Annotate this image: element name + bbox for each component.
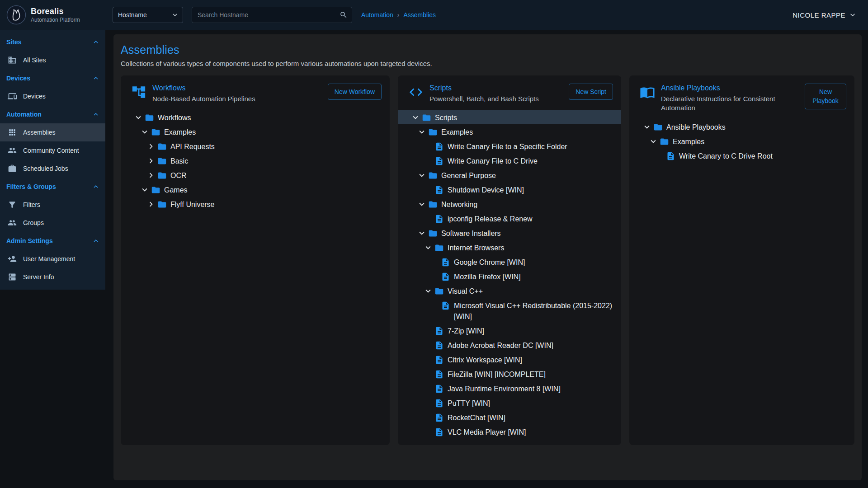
tree-node-label: Basic <box>170 154 188 167</box>
tree-folder-ocr[interactable]: OCR <box>121 168 390 182</box>
chevron-down-icon[interactable] <box>417 170 427 180</box>
tree-file-write-canary-to-c-drive-root[interactable]: Write Canary to C Drive Root <box>629 148 854 163</box>
folder-icon <box>151 127 160 137</box>
tree-folder-workflows[interactable]: Workflows <box>121 110 390 124</box>
chevron-right-icon[interactable] <box>146 156 156 166</box>
chevron-spacer <box>423 398 433 408</box>
chevron-down-icon[interactable] <box>417 127 427 137</box>
chevron-down-icon[interactable] <box>410 113 420 122</box>
tree-folder-visual-c[interactable]: Visual C++ <box>398 283 621 298</box>
tree-file-java-runtime-environment-8-win[interactable]: Java Runtime Environment 8 [WIN] <box>398 381 621 395</box>
scripts-tree: ScriptsExamplesWrite Canary File to a Sp… <box>398 110 621 439</box>
tree-file-google-chrome-win[interactable]: Google Chrome [WIN] <box>398 254 621 269</box>
section-label: Filters & Groups <box>6 183 56 190</box>
sidebar-item-devices[interactable]: Devices <box>0 87 105 105</box>
tree-file-ipconfig-release-renew[interactable]: ipconfig Release & Renew <box>398 211 621 225</box>
tree-file-write-canary-file-to-c-drive[interactable]: Write Canary File to C Drive <box>398 153 621 168</box>
brand-tagline: Automation Platform <box>31 17 80 23</box>
file-icon <box>434 326 444 336</box>
folder-icon <box>157 171 167 180</box>
sidebar-item-community-content[interactable]: Community Content <box>0 141 105 160</box>
tree-file-mozilla-firefox-win[interactable]: Mozilla Firefox [WIN] <box>398 269 621 283</box>
sidebar-item-user-management[interactable]: User Management <box>0 250 105 268</box>
tree-node-label: Shutdown Device [WIN] <box>448 183 524 196</box>
chevron-spacer <box>423 326 433 336</box>
funnel-icon <box>8 200 17 209</box>
sidebar-item-label: Filters <box>23 201 40 208</box>
chevron-down-icon[interactable] <box>417 228 427 238</box>
tree-node-label: General Purpose <box>441 169 496 181</box>
folder-icon <box>428 229 438 238</box>
chevron-spacer <box>423 141 433 151</box>
chevron-spacer <box>423 384 433 394</box>
tree-folder-examples[interactable]: Examples <box>629 134 854 148</box>
chevron-down-icon[interactable] <box>140 185 150 195</box>
tree-folder-software-installers[interactable]: Software Installers <box>398 225 621 240</box>
sidebar-item-server-info[interactable]: Server Info <box>0 268 105 286</box>
assembly-cards: Workflows Node-Based Automation Pipeline… <box>121 75 854 445</box>
sidebar-item-groups[interactable]: Groups <box>0 214 105 232</box>
card-scripts: Scripts Powershell, Batch, and Bash Scri… <box>398 75 621 445</box>
tree-file-rocketchat-win[interactable]: RocketChat [WIN] <box>398 410 621 424</box>
tree-folder-flyff-universe[interactable]: Flyff Universe <box>121 197 390 211</box>
sidebar-item-all-sites[interactable]: All Sites <box>0 51 105 69</box>
tree-file-filezilla-win-incomplete[interactable]: FileZilla [WIN] [INCOMPLETE] <box>398 366 621 381</box>
chevron-down-icon[interactable] <box>140 127 150 137</box>
chevron-down-icon[interactable] <box>417 199 427 209</box>
chevron-right-icon[interactable] <box>146 199 156 209</box>
tree-folder-internet-browsers[interactable]: Internet Browsers <box>398 240 621 254</box>
chevron-down-icon[interactable] <box>642 122 652 132</box>
tree-folder-api-requests[interactable]: API Requests <box>121 139 390 153</box>
chevron-down-icon[interactable] <box>133 113 143 122</box>
sidebar-nav: SitesAll SitesDevicesDevicesAutomationAs… <box>0 30 105 290</box>
tree-node-label: VLC Media Player [WIN] <box>448 425 526 438</box>
tree-file-microsoft-visual-c-redistributable-2015-2022-win[interactable]: Microsoft Visual C++ Redistributable (20… <box>398 298 621 323</box>
chevron-right-icon[interactable] <box>146 170 156 180</box>
tree-node-label: Citrix Workspace [WIN] <box>448 353 522 366</box>
folder-icon <box>151 185 160 195</box>
tree-folder-scripts[interactable]: Scripts <box>398 110 621 124</box>
tree-folder-examples[interactable]: Examples <box>121 124 390 139</box>
folder-icon <box>428 127 438 137</box>
people-icon <box>8 218 17 227</box>
sidebar-section-filters-groups[interactable]: Filters & Groups <box>0 178 105 196</box>
user-menu[interactable]: NICOLE RAPPE <box>793 10 857 19</box>
tree-file-citrix-workspace-win[interactable]: Citrix Workspace [WIN] <box>398 352 621 366</box>
tree-file-7-zip-win[interactable]: 7-Zip [WIN] <box>398 323 621 338</box>
sidebar-section-devices[interactable]: Devices <box>0 69 105 87</box>
chevron-down-icon[interactable] <box>423 286 433 296</box>
new-playbook-button[interactable]: New Playbook <box>805 84 846 109</box>
search-input[interactable] <box>192 7 352 23</box>
tree-folder-networking[interactable]: Networking <box>398 197 621 211</box>
sidebar-item-assemblies[interactable]: Assemblies <box>0 123 105 141</box>
tree-file-putty-win[interactable]: PuTTY [WIN] <box>398 395 621 410</box>
chevron-down-icon[interactable] <box>648 136 658 146</box>
chevron-down-icon[interactable] <box>423 243 433 253</box>
tree-file-write-canary-file-to-a-specific-folder[interactable]: Write Canary File to a Specific Folder <box>398 139 621 153</box>
sidebar-section-admin-settings[interactable]: Admin Settings <box>0 232 105 250</box>
tree-file-adobe-acrobat-reader-dc-win[interactable]: Adobe Acrobat Reader DC [WIN] <box>398 338 621 352</box>
tree-folder-ansible-playbooks[interactable]: Ansible Playbooks <box>629 119 854 134</box>
search-icon <box>340 11 348 19</box>
tree-folder-examples[interactable]: Examples <box>398 124 621 139</box>
tree-file-shutdown-device-win[interactable]: Shutdown Device [WIN] <box>398 182 621 197</box>
breadcrumb-automation[interactable]: Automation <box>361 11 393 19</box>
chevron-right-icon[interactable] <box>146 141 156 151</box>
sidebar-section-sites[interactable]: Sites <box>0 33 105 51</box>
tree-node-label: OCR <box>170 169 187 181</box>
new-script-button[interactable]: New Script <box>569 84 613 100</box>
tree-folder-games[interactable]: Games <box>121 182 390 197</box>
hostname-dropdown-value: Hostname <box>118 11 147 19</box>
sidebar: SitesAll SitesDevicesDevicesAutomationAs… <box>0 30 105 488</box>
folder-icon <box>157 200 167 209</box>
sidebar-item-scheduled-jobs[interactable]: Scheduled Jobs <box>0 160 105 178</box>
tree-file-vlc-media-player-win[interactable]: VLC Media Player [WIN] <box>398 424 621 439</box>
tree-folder-general-purpose[interactable]: General Purpose <box>398 168 621 182</box>
sidebar-item-filters[interactable]: Filters <box>0 196 105 214</box>
new-workflow-button[interactable]: New Workflow <box>328 84 382 100</box>
folder-icon <box>145 113 154 122</box>
breadcrumb-assemblies[interactable]: Assemblies <box>404 11 436 19</box>
sidebar-section-automation[interactable]: Automation <box>0 105 105 123</box>
tree-folder-basic[interactable]: Basic <box>121 153 390 168</box>
hostname-dropdown[interactable]: Hostname <box>113 7 183 23</box>
